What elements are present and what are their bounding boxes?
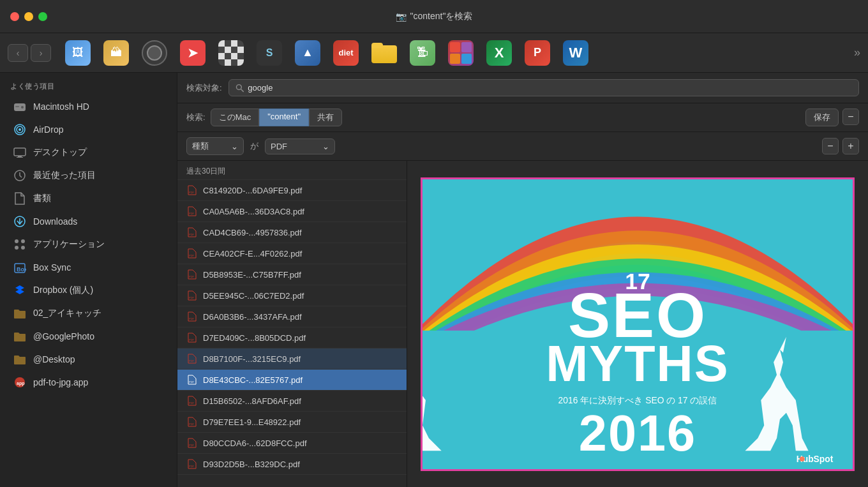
folder-icon-ai — [13, 306, 27, 320]
sidebar-item-desktop2[interactable]: @Desktop — [3, 348, 174, 370]
file-item-3[interactable]: PDF CEA402CF-E...4F0262.pdf — [177, 243, 407, 264]
minus-criteria-button[interactable]: − — [822, 138, 839, 154]
sidebar-item-desktop[interactable]: デスクトップ — [3, 142, 174, 163]
sidebar-item-label: Macintosh HD — [33, 101, 89, 112]
sidebar: よく使う項目 Macintosh HD AirDrop デスクトップ 最近使った… — [0, 73, 177, 487]
sidebar-item-recents[interactable]: 最近使った項目 — [3, 165, 174, 186]
file-item-10[interactable]: PDF D15B6502-...8AFD6AF.pdf — [177, 391, 407, 412]
pdf-icon: PDF — [186, 373, 198, 386]
sidebar-item-google-photo[interactable]: @GooglePhoto — [3, 326, 174, 347]
plus-criteria-button[interactable]: + — [842, 138, 859, 154]
toolbar-expand-button[interactable]: » — [854, 46, 860, 59]
minimize-button[interactable] — [24, 12, 33, 21]
folder-icon-google — [13, 329, 27, 343]
file-item-0[interactable]: PDF C814920D-...6DA9FE9.pdf — [177, 180, 407, 201]
sidebar-item-applications[interactable]: アプリケーション — [3, 234, 174, 255]
powerpoint-icon[interactable]: P — [521, 37, 554, 69]
criteria-value-label: PDF — [271, 142, 287, 151]
keynote-icon[interactable]: ▲ — [291, 37, 324, 69]
svg-text:PDF: PDF — [189, 338, 195, 341]
sidebar-item-dropbox[interactable]: Dropbox (個人) — [3, 280, 174, 301]
svg-text:PDF: PDF — [189, 233, 195, 236]
search-input-wrap[interactable] — [228, 79, 859, 96]
file-item-2[interactable]: PDF CAD4CB69-...4957836.pdf — [177, 222, 407, 243]
svg-text:2016: 2016 — [579, 405, 696, 461]
file-name: D93D2D5B-...B329DC.pdf — [203, 460, 300, 469]
svg-point-14 — [15, 246, 19, 250]
svg-text:2016 年に決別すべき SEO の 17 の誤信: 2016 年に決別すべき SEO の 17 の誤信 — [558, 394, 717, 405]
svg-text:PDF: PDF — [189, 191, 195, 194]
chess-icon[interactable] — [214, 37, 248, 69]
window-buttons — [10, 12, 47, 21]
sidebar-item-documents[interactable]: 書類 — [3, 188, 174, 209]
search-input[interactable] — [248, 83, 852, 93]
sidebar-item-label: @GooglePhoto — [33, 331, 94, 341]
photo-browser-icon[interactable]: 🖼 — [61, 37, 94, 69]
pdf-icon: PDF — [186, 352, 198, 365]
folder-icon[interactable] — [368, 37, 401, 69]
word-icon[interactable]: W — [559, 37, 592, 69]
sidebar-item-macintosh-hd[interactable]: Macintosh HD — [3, 96, 174, 117]
close-button[interactable] — [10, 12, 19, 21]
sidebar-item-airdrop[interactable]: AirDrop — [3, 119, 174, 140]
forward-button[interactable]: › — [31, 44, 51, 62]
file-name: D7ED409C-...8B05DCD.pdf — [203, 333, 306, 343]
file-item-13[interactable]: PDF D93D2D5B-...B329DC.pdf — [177, 454, 407, 475]
svg-text:PDF: PDF — [189, 254, 195, 257]
criteria-type-select[interactable]: 種類 ⌄ — [186, 137, 244, 155]
svg-point-13 — [21, 239, 25, 243]
file-item-4[interactable]: PDF D5B8953E-...C75B7FF.pdf — [177, 264, 407, 285]
criteria-type-label: 種類 — [192, 140, 209, 152]
excel-icon[interactable]: X — [483, 37, 516, 69]
sidebar-section-label: よく使う項目 — [0, 73, 177, 95]
folder-icon-desktop — [13, 352, 27, 366]
scope-shared-tab[interactable]: 共有 — [309, 109, 342, 126]
file-item-5[interactable]: PDF D5EE945C-...06C7ED2.pdf — [177, 285, 407, 306]
sublime-text-icon[interactable]: S — [253, 37, 286, 69]
svg-text:PDF: PDF — [189, 296, 195, 299]
diet-coda-icon[interactable]: diet — [329, 37, 363, 69]
pdf-icon: PDF — [186, 205, 198, 218]
desktop-icon — [13, 146, 27, 160]
sidebar-item-pdf-to-jpg[interactable]: app pdf-to-jpg.app — [3, 371, 174, 393]
preview-border: 17 SEO MYTHS 2016 年に決別すべき SEO の 17 の誤信 2… — [421, 177, 855, 471]
svg-point-5 — [19, 128, 21, 131]
sidebar-item-label: Downloads — [33, 216, 77, 227]
scope-content-tab[interactable]: "content" — [259, 109, 309, 126]
svg-line-23 — [241, 89, 243, 91]
file-item-6[interactable]: PDF D6A0B3B6-...3437AFA.pdf — [177, 306, 407, 327]
file-name: D15B6502-...8AFD6AF.pdf — [203, 396, 301, 406]
box-icon: Box — [13, 260, 27, 274]
seo-preview-image: 17 SEO MYTHS 2016 年に決別すべき SEO の 17 の誤信 2… — [423, 179, 853, 469]
svg-text:MYTHS: MYTHS — [546, 335, 729, 392]
back-button[interactable]: ‹ — [8, 44, 28, 62]
svg-text:PDF: PDF — [189, 444, 195, 447]
criteria-value-select[interactable]: PDF ⌄ — [265, 139, 335, 154]
disk-utility-icon[interactable] — [138, 37, 171, 69]
file-item-8[interactable]: PDF D8B7100F-...3215EC9.pdf — [177, 348, 407, 370]
svg-text:Box: Box — [17, 266, 26, 273]
file-item-7[interactable]: PDF D7ED409C-...8B05DCD.pdf — [177, 327, 407, 348]
maximize-button[interactable] — [38, 12, 47, 21]
file-name: D80CCDA6-...62D8FCC.pdf — [203, 438, 307, 448]
file-item-11[interactable]: PDF D79E7EE1-9...E48922.pdf — [177, 412, 407, 433]
scope-this-mac-tab[interactable]: このMac — [211, 109, 260, 126]
svg-text:PDF: PDF — [189, 380, 195, 384]
mosaic-icon[interactable] — [444, 37, 477, 69]
archive-utility-icon[interactable]: 🗜 — [406, 37, 439, 69]
deliveries-icon[interactable]: ➤ — [176, 37, 209, 69]
minus-filter-button[interactable]: − — [842, 109, 859, 125]
file-item-12[interactable]: PDF D80CCDA6-...62D8FCC.pdf — [177, 433, 407, 454]
image-viewer-icon[interactable]: 🏔 — [100, 37, 133, 69]
camera-icon: 📷 — [396, 11, 407, 22]
save-button[interactable]: 保存 — [805, 109, 839, 126]
file-item-1[interactable]: PDF CA0A5A6B-...36D3AC8.pdf — [177, 201, 407, 222]
file-item-9[interactable]: PDF D8E43CBC-...82E5767.pdf — [177, 370, 407, 391]
sidebar-item-downloads[interactable]: Downloads — [3, 211, 174, 232]
sidebar-item-ai-catch[interactable]: 02_アイキャッチ — [3, 303, 174, 324]
sidebar-item-box-sync[interactable]: Box Box Sync — [3, 257, 174, 278]
sidebar-item-label: Box Sync — [33, 262, 71, 273]
svg-point-15 — [21, 246, 25, 250]
sidebar-item-label: アプリケーション — [33, 239, 105, 250]
sidebar-item-label: Dropbox (個人) — [33, 285, 93, 296]
